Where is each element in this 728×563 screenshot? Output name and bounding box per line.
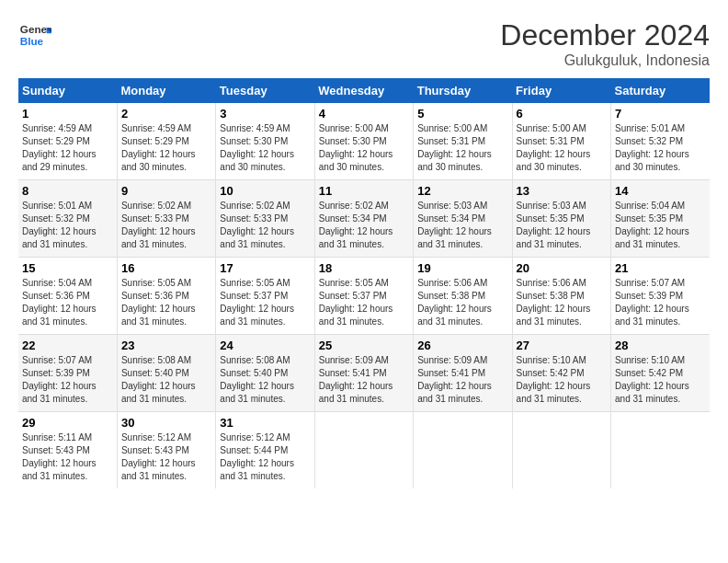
day-info: Sunrise: 5:08 AMSunset: 5:40 PMDaylight:… — [121, 354, 211, 406]
calendar-cell: 5Sunrise: 5:00 AMSunset: 5:31 PMDaylight… — [414, 103, 512, 180]
day-info: Sunrise: 5:12 AMSunset: 5:43 PMDaylight:… — [121, 431, 211, 483]
location: Gulukguluk, Indonesia — [500, 52, 710, 69]
calendar-cell: 14Sunrise: 5:04 AMSunset: 5:35 PMDayligh… — [611, 180, 710, 258]
day-number: 9 — [121, 184, 211, 198]
calendar-cell: 18Sunrise: 5:05 AMSunset: 5:37 PMDayligh… — [314, 258, 413, 335]
day-info: Sunrise: 5:03 AMSunset: 5:34 PMDaylight:… — [417, 200, 507, 251]
day-info: Sunrise: 5:08 AMSunset: 5:40 PMDaylight:… — [220, 354, 310, 406]
calendar-cell — [611, 412, 710, 489]
calendar-cell: 11Sunrise: 5:02 AMSunset: 5:34 PMDayligh… — [314, 180, 413, 258]
day-number: 22 — [22, 339, 113, 352]
month-title: December 2024 — [500, 18, 710, 52]
day-info: Sunrise: 5:05 AMSunset: 5:36 PMDaylight:… — [121, 277, 211, 328]
week-row-2: 8Sunrise: 5:01 AMSunset: 5:32 PMDaylight… — [18, 180, 710, 258]
day-number: 4 — [319, 107, 409, 121]
page-header: General Blue December 2024 Gulukguluk, I… — [18, 18, 710, 69]
calendar-cell: 25Sunrise: 5:09 AMSunset: 5:41 PMDayligh… — [314, 335, 413, 412]
day-info: Sunrise: 5:01 AMSunset: 5:32 PMDaylight:… — [22, 200, 113, 251]
day-number: 12 — [417, 184, 507, 198]
weekday-header-saturday: Saturday — [611, 78, 710, 103]
day-number: 18 — [319, 261, 409, 275]
day-number: 21 — [615, 261, 706, 275]
day-info: Sunrise: 4:59 AMSunset: 5:30 PMDaylight:… — [220, 122, 310, 174]
day-info: Sunrise: 5:07 AMSunset: 5:39 PMDaylight:… — [615, 277, 706, 328]
day-info: Sunrise: 5:00 AMSunset: 5:31 PMDaylight:… — [517, 122, 607, 174]
day-info: Sunrise: 5:02 AMSunset: 5:33 PMDaylight:… — [121, 200, 211, 251]
day-number: 16 — [121, 261, 211, 275]
calendar-cell: 26Sunrise: 5:09 AMSunset: 5:41 PMDayligh… — [414, 335, 512, 412]
day-number: 1 — [22, 107, 113, 121]
day-number: 14 — [615, 184, 706, 198]
day-info: Sunrise: 5:11 AMSunset: 5:43 PMDaylight:… — [22, 431, 113, 483]
calendar-table: SundayMondayTuesdayWednesdayThursdayFrid… — [18, 78, 710, 488]
day-number: 30 — [121, 416, 211, 430]
calendar-cell: 24Sunrise: 5:08 AMSunset: 5:40 PMDayligh… — [216, 335, 314, 412]
calendar-cell: 15Sunrise: 5:04 AMSunset: 5:36 PMDayligh… — [18, 258, 117, 335]
day-info: Sunrise: 5:05 AMSunset: 5:37 PMDaylight:… — [319, 277, 409, 328]
day-number: 15 — [22, 261, 113, 275]
day-number: 5 — [417, 107, 507, 121]
day-number: 29 — [22, 416, 113, 430]
calendar-cell: 6Sunrise: 5:00 AMSunset: 5:31 PMDaylight… — [512, 103, 610, 180]
day-info: Sunrise: 5:10 AMSunset: 5:42 PMDaylight:… — [517, 354, 607, 406]
calendar-cell — [414, 412, 512, 489]
weekday-header-row: SundayMondayTuesdayWednesdayThursdayFrid… — [18, 78, 710, 103]
week-row-3: 15Sunrise: 5:04 AMSunset: 5:36 PMDayligh… — [18, 258, 710, 335]
week-row-1: 1Sunrise: 4:59 AMSunset: 5:29 PMDaylight… — [18, 103, 710, 180]
day-number: 7 — [615, 107, 706, 121]
day-number: 3 — [220, 107, 310, 121]
weekday-header-thursday: Thursday — [414, 78, 512, 103]
day-info: Sunrise: 4:59 AMSunset: 5:29 PMDaylight:… — [22, 122, 113, 174]
calendar-cell: 22Sunrise: 5:07 AMSunset: 5:39 PMDayligh… — [18, 335, 117, 412]
day-info: Sunrise: 5:02 AMSunset: 5:33 PMDaylight:… — [220, 200, 310, 251]
weekday-header-wednesday: Wednesday — [314, 78, 413, 103]
day-info: Sunrise: 5:05 AMSunset: 5:37 PMDaylight:… — [220, 277, 310, 328]
day-number: 31 — [220, 416, 310, 430]
calendar-cell: 13Sunrise: 5:03 AMSunset: 5:35 PMDayligh… — [512, 180, 610, 258]
week-row-4: 22Sunrise: 5:07 AMSunset: 5:39 PMDayligh… — [18, 335, 710, 412]
calendar-cell: 1Sunrise: 4:59 AMSunset: 5:29 PMDaylight… — [18, 103, 117, 180]
logo: General Blue — [18, 18, 51, 52]
calendar-cell: 4Sunrise: 5:00 AMSunset: 5:30 PMDaylight… — [314, 103, 413, 180]
day-number: 17 — [220, 261, 310, 275]
day-number: 19 — [417, 261, 507, 275]
calendar-cell: 10Sunrise: 5:02 AMSunset: 5:33 PMDayligh… — [216, 180, 314, 258]
calendar-cell: 16Sunrise: 5:05 AMSunset: 5:36 PMDayligh… — [117, 258, 215, 335]
day-info: Sunrise: 5:09 AMSunset: 5:41 PMDaylight:… — [319, 354, 409, 406]
day-number: 6 — [517, 107, 607, 121]
day-info: Sunrise: 5:06 AMSunset: 5:38 PMDaylight:… — [517, 277, 607, 328]
calendar-cell: 19Sunrise: 5:06 AMSunset: 5:38 PMDayligh… — [414, 258, 512, 335]
day-info: Sunrise: 5:09 AMSunset: 5:41 PMDaylight:… — [417, 354, 507, 406]
day-info: Sunrise: 4:59 AMSunset: 5:29 PMDaylight:… — [121, 122, 211, 174]
calendar-cell: 28Sunrise: 5:10 AMSunset: 5:42 PMDayligh… — [611, 335, 710, 412]
day-info: Sunrise: 5:10 AMSunset: 5:42 PMDaylight:… — [615, 354, 706, 406]
day-number: 2 — [121, 107, 211, 121]
day-info: Sunrise: 5:04 AMSunset: 5:36 PMDaylight:… — [22, 277, 113, 328]
calendar-cell: 21Sunrise: 5:07 AMSunset: 5:39 PMDayligh… — [611, 258, 710, 335]
day-info: Sunrise: 5:04 AMSunset: 5:35 PMDaylight:… — [615, 200, 706, 251]
day-number: 25 — [319, 339, 409, 352]
title-block: December 2024 Gulukguluk, Indonesia — [500, 18, 710, 69]
calendar-cell: 31Sunrise: 5:12 AMSunset: 5:44 PMDayligh… — [216, 412, 314, 489]
day-info: Sunrise: 5:00 AMSunset: 5:30 PMDaylight:… — [319, 122, 409, 174]
calendar-cell: 20Sunrise: 5:06 AMSunset: 5:38 PMDayligh… — [512, 258, 610, 335]
day-number: 24 — [220, 339, 310, 352]
logo-icon: General Blue — [18, 18, 51, 52]
calendar-cell: 7Sunrise: 5:01 AMSunset: 5:32 PMDaylight… — [611, 103, 710, 180]
day-info: Sunrise: 5:00 AMSunset: 5:31 PMDaylight:… — [417, 122, 507, 174]
calendar-cell — [512, 412, 610, 489]
day-number: 27 — [517, 339, 607, 352]
calendar-cell: 23Sunrise: 5:08 AMSunset: 5:40 PMDayligh… — [117, 335, 215, 412]
day-number: 23 — [121, 339, 211, 352]
calendar-cell: 29Sunrise: 5:11 AMSunset: 5:43 PMDayligh… — [18, 412, 117, 489]
calendar-cell: 9Sunrise: 5:02 AMSunset: 5:33 PMDaylight… — [117, 180, 215, 258]
calendar-cell: 17Sunrise: 5:05 AMSunset: 5:37 PMDayligh… — [216, 258, 314, 335]
calendar-cell — [314, 412, 413, 489]
calendar-cell: 3Sunrise: 4:59 AMSunset: 5:30 PMDaylight… — [216, 103, 314, 180]
day-number: 26 — [417, 339, 507, 352]
day-number: 20 — [517, 261, 607, 275]
calendar-cell: 12Sunrise: 5:03 AMSunset: 5:34 PMDayligh… — [414, 180, 512, 258]
day-info: Sunrise: 5:02 AMSunset: 5:34 PMDaylight:… — [319, 200, 409, 251]
day-info: Sunrise: 5:06 AMSunset: 5:38 PMDaylight:… — [417, 277, 507, 328]
day-number: 11 — [319, 184, 409, 198]
